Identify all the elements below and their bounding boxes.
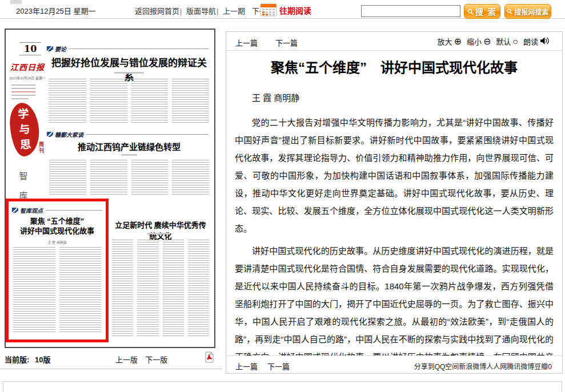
- zoom-out-label[interactable]: 缩小: [467, 36, 482, 47]
- section-mark-row: 赣鄱大家谈: [47, 130, 209, 139]
- prev-page-link[interactable]: 上一版: [115, 355, 138, 364]
- read-aloud-label[interactable]: 朗读: [523, 36, 538, 47]
- current-page-value: 10版: [35, 355, 50, 364]
- site-search-button[interactable]: 搜报网搜索: [504, 4, 551, 19]
- section-mark-label: 要论: [55, 45, 66, 53]
- article-bottom-bar: 上一篇 下一篇 分享到QQ空间新浪微博人人网腾讯微博豆瓣0: [226, 355, 562, 373]
- prev-article-link[interactable]: 上一篇: [235, 37, 258, 48]
- search-button-label: 搜 索: [475, 6, 497, 17]
- article-paragraph: 党的二十大报告对增强中华文明传播力影响力，尤其是“讲好中国故事、传播好中国好声音…: [235, 114, 554, 237]
- nav-separator: |: [217, 7, 218, 15]
- byline-bar: [121, 154, 137, 156]
- next-page-link[interactable]: 下一版: [145, 355, 167, 364]
- top-nav-links: 返回报网首页| 版面导航| 上一期 下一期|: [135, 5, 279, 16]
- article1-columns: [49, 79, 209, 124]
- byline-bar: [147, 233, 170, 235]
- next-article-link-bottom[interactable]: 下一篇: [267, 361, 290, 371]
- zoom-in-icon[interactable]: ⊕: [454, 37, 461, 46]
- current-page-caption: 当前版:: [5, 355, 29, 364]
- thumb-headline-3-line1: 聚焦 “五个维度”: [12, 216, 102, 226]
- thumb-masthead-info-lines: [11, 84, 35, 102]
- search-icon: [467, 9, 474, 15]
- simulated-text-column: [188, 240, 209, 338]
- speaker-icon[interactable]: [540, 37, 550, 47]
- issue-date: 2023年12月25日 星期一: [16, 5, 95, 16]
- current-page-label: 当前版: 10版: [5, 354, 50, 365]
- simulated-text-column: [172, 160, 209, 195]
- nav-link-page-guide[interactable]: 版面导航: [186, 7, 216, 15]
- section-mark-label: 智库观点: [20, 206, 43, 215]
- search-button[interactable]: 搜 索: [464, 4, 500, 19]
- default-size-label[interactable]: 默认: [496, 36, 511, 47]
- section-mark-icon: [47, 46, 53, 51]
- article-author: 王 霞 商明静: [235, 91, 554, 103]
- article-panel: 上一篇 下一篇 放大 ⊕ 缩小 ⊖ 默认 ○ 朗读 聚焦: [226, 31, 563, 374]
- thumb-headline-3[interactable]: 聚焦 “五个维度” 讲好中国式现代化故事: [12, 216, 102, 236]
- section-mark-icon: [47, 132, 53, 137]
- site-search-button-label: 搜报网搜索: [514, 7, 548, 17]
- calendar-icon[interactable]: [260, 3, 277, 17]
- article3-columns: [13, 247, 101, 334]
- bottom-section-box: [3, 381, 562, 392]
- simulated-text-column: [163, 240, 184, 338]
- nav-separator: |: [180, 7, 182, 15]
- search-input[interactable]: [361, 5, 460, 17]
- epaper-reader-window: 2023年12月25日 星期一 返回报网首页| 版面导航| 上一期 下一期| 往: [0, 0, 565, 392]
- article-body: 聚焦“五个维度” 讲好中国式现代化故事 王 霞 商明静 党的二十大报告对增强中华…: [226, 51, 562, 355]
- browser-notch: [10, 0, 22, 4]
- page-navigation-bar: 当前版: 10版 上一版 下一版: [0, 353, 223, 367]
- weekly-label: 周刊: [38, 142, 45, 154]
- left-divider: [0, 369, 222, 369]
- section-mark-label: 赣鄱大家谈: [55, 130, 83, 139]
- section-rule: [86, 134, 209, 135]
- simulated-text-column: [49, 79, 86, 124]
- weekly-seal: 学与思: [9, 102, 41, 157]
- byline-bar: [114, 72, 144, 74]
- article-controls: 放大 ⊕ 缩小 ⊖ 默认 ○ 朗读: [437, 36, 550, 47]
- search-icon: [507, 9, 512, 14]
- simulated-text-column: [137, 240, 158, 338]
- section-rule: [69, 49, 209, 49]
- simulated-text-column: [131, 160, 169, 195]
- simulated-text-column: [49, 160, 86, 195]
- simulated-text-column: [90, 160, 127, 195]
- thumb-page-number: 10: [19, 42, 41, 55]
- simulated-text-column: [112, 240, 133, 338]
- default-size-icon[interactable]: ○: [512, 37, 518, 46]
- prev-article-link-bottom[interactable]: 上一篇: [235, 361, 258, 371]
- thumb-date-line: 2023年12月25日 星期一: [9, 75, 46, 80]
- article4-columns: [112, 240, 209, 338]
- nav-link-home[interactable]: 返回报网首页: [135, 7, 179, 15]
- article-top-bar: 上一篇 下一篇 放大 ⊕ 缩小 ⊖ 默认 ○ 朗读: [226, 32, 562, 51]
- zoom-out-icon[interactable]: ⊖: [483, 37, 491, 46]
- thumb-headline-3-line2: 讲好中国式现代化故事: [12, 226, 102, 236]
- newspaper-page-thumbnail[interactable]: 10 江西日报 2023年12月25日 星期一 学与思 周刊 智库 要论 把握好…: [5, 29, 215, 348]
- share-links[interactable]: 分享到QQ空间新浪微博人人网腾讯微博豆瓣0: [414, 361, 552, 371]
- simulated-text-column: [13, 247, 55, 334]
- archive-reading-link[interactable]: 往期阅读: [279, 5, 311, 16]
- nav-link-prev-issue[interactable]: 上一期: [223, 7, 245, 15]
- article-paragraph: 讲好中国式现代化的历史故事。从历史维度讲好中国式现代化的演进历程，就是要讲清楚中…: [235, 242, 554, 355]
- simulated-text-column: [131, 79, 169, 124]
- simulated-text-column: [172, 79, 209, 124]
- next-article-link[interactable]: 下一篇: [275, 37, 298, 48]
- thumb-byline-3: 王 霞 商明静: [16, 240, 99, 245]
- zoom-in-label[interactable]: 放大: [437, 36, 452, 47]
- section-rule: [46, 210, 102, 211]
- pdf-icon[interactable]: [205, 351, 214, 363]
- thumb-headline-4[interactable]: 立足新时代 赓续中华优秀传统文化: [111, 219, 210, 241]
- current-article-highlight-box[interactable]: 智库观点 聚焦 “五个维度” 讲好中国式现代化故事 王 霞 商明静: [6, 199, 109, 342]
- page-prev-next: 上一版 下一版: [115, 354, 167, 365]
- article2-columns: [49, 160, 209, 195]
- article-title: 聚焦“五个维度” 讲好中国式现代化故事: [235, 59, 554, 76]
- section-mark-icon: [12, 208, 18, 213]
- thumb-masthead: 江西日报: [10, 61, 45, 72]
- seal-text: 学与思: [17, 106, 33, 152]
- section-mark-row: 要论: [47, 45, 209, 53]
- simulated-text-column: [90, 79, 127, 124]
- top-toolbar: 2023年12月25日 星期一 返回报网首页| 版面导航| 上一期 下一期| 往: [0, 0, 565, 19]
- thumb-headline-2[interactable]: 推动江西钨产业链绿色转型: [49, 140, 209, 152]
- section-mark-row: 智库观点: [12, 206, 102, 215]
- simulated-text-column: [59, 247, 102, 334]
